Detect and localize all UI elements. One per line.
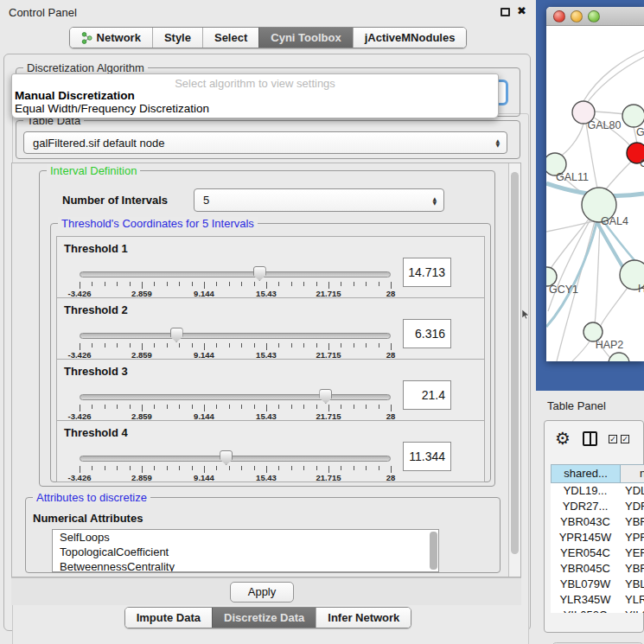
top-tab-bar: NetworkStyleSelectCyni ToolboxjActiveMNo… (0, 27, 536, 48)
attribute-list-item[interactable]: BetweennessCentrality (53, 559, 438, 572)
cell-shared-name[interactable]: YIL052C (551, 608, 620, 613)
cell-shared-name[interactable]: YBL079W (551, 577, 620, 592)
column-header-shared[interactable]: shared... (552, 465, 621, 482)
cell-name[interactable]: YDR2 (620, 499, 644, 514)
threshold-slider[interactable] (80, 331, 391, 341)
cell-shared-name[interactable]: YBR043C (551, 514, 620, 530)
cell-name[interactable]: YBL0 (620, 577, 644, 592)
table-row[interactable]: YER054CYER0 (551, 545, 644, 561)
column-header-name[interactable]: n (621, 465, 644, 482)
threshold-value-field[interactable]: 14.713 (403, 258, 451, 287)
attributes-group: Attributes to discretize Numerical Attri… (25, 497, 501, 573)
cell-shared-name[interactable]: YPR145W (551, 530, 620, 545)
network-view-window: GAL80GACGAL11GAL4GCY1HHAP2 (546, 7, 644, 361)
cell-shared-name[interactable]: YBR045C (551, 561, 620, 577)
table-header-row: shared... n (551, 464, 644, 483)
cell-name[interactable]: YER0 (620, 545, 644, 561)
tab-label: jActiveMNodules (365, 31, 456, 44)
threshold-panel: Threshold 1-3.4262.8599.14415.4321.71528… (56, 236, 485, 298)
attributes-group-title: Attributes to discretize (33, 491, 150, 504)
thresholds-group-title: Threshold's Coordinates for 5 Intervals (58, 217, 258, 230)
network-node[interactable] (609, 353, 629, 361)
vertical-scrollbar-thumb[interactable] (511, 172, 519, 554)
tab-infer-network[interactable]: Infer Network (316, 608, 411, 628)
cell-name[interactable]: YLR3 (620, 592, 644, 608)
threshold-value-field[interactable]: 11.344 (403, 442, 451, 471)
combo-arrows-icon[interactable]: ▲▼ (495, 138, 500, 147)
cell-name[interactable]: YBR0 (620, 561, 644, 577)
slider-track[interactable] (80, 394, 391, 400)
cell-name[interactable]: YIL0 (620, 608, 644, 613)
cell-name[interactable]: YBR0 (620, 514, 644, 530)
node-label: GAL4 (601, 215, 628, 227)
algorithm-popup-item[interactable]: Manual Discretization (12, 89, 498, 102)
node-label: H (638, 283, 644, 295)
cell-shared-name[interactable]: YDL19... (551, 483, 620, 499)
interval-definition-title: Interval Definition (47, 164, 140, 177)
bottom-tab-bar: Impute DataDiscretize DataInfer Network (0, 607, 536, 628)
attribute-list-item[interactable]: TopologicalCoefficient (53, 545, 438, 559)
table-row[interactable]: YBR043CYBR0 (551, 514, 644, 530)
number-of-intervals-spinner[interactable]: 5 ▲▼ (194, 188, 444, 212)
network-canvas[interactable]: GAL80GACGAL11GAL4GCY1HHAP2 (546, 26, 644, 361)
cell-name[interactable]: YDL1 (620, 483, 644, 499)
table-data-combo[interactable]: galFiltered.sif default node ▲▼ (23, 131, 507, 154)
threshold-label: Threshold 3 (64, 365, 128, 378)
table-row[interactable]: YIL052CYIL0 (551, 608, 644, 613)
algorithm-popup-hint: Select algorithm to view settings (12, 74, 498, 89)
mac-close-button[interactable] (553, 10, 565, 22)
threshold-slider[interactable] (80, 454, 391, 464)
discretization-algorithm-title: Discretization Algorithm (23, 61, 148, 74)
tab-style[interactable]: Style (152, 28, 202, 48)
tab-label: Infer Network (328, 611, 399, 624)
slider-thumb[interactable] (319, 389, 332, 404)
slider-thumb[interactable] (170, 328, 183, 342)
cell-name[interactable]: YPR1 (620, 530, 644, 545)
node-table[interactable]: shared... n YDL19...YDL1YDR27...YDR2YBR0… (551, 464, 644, 613)
algorithm-popup-item[interactable]: Equal Width/Frequency Discretization (12, 102, 498, 115)
apply-button[interactable]: Apply (230, 582, 294, 603)
close-icon[interactable]: ✖ (517, 4, 526, 17)
table-row[interactable]: YLR345WYLR3 (551, 592, 644, 608)
table-row[interactable]: YBL079WYBL0 (551, 577, 644, 592)
gear-icon[interactable]: ⚙ (555, 428, 571, 449)
slider-track[interactable] (80, 271, 391, 277)
float-window-icon[interactable] (501, 8, 510, 16)
slider-thumb[interactable] (220, 450, 233, 465)
slider-track[interactable] (80, 333, 391, 339)
tab-label: Style (164, 31, 191, 44)
attributes-scrollbar-thumb[interactable] (430, 532, 437, 570)
network-window-titlebar[interactable] (546, 7, 644, 26)
table-row[interactable]: YBR045CYBR0 (551, 561, 644, 577)
network-node[interactable] (622, 105, 644, 127)
table-toolbar: ⚙ ✓ ✓ (545, 421, 644, 459)
cell-shared-name[interactable]: YER054C (551, 545, 620, 561)
cell-shared-name[interactable]: YLR345W (551, 592, 620, 608)
tab-discretize-data[interactable]: Discretize Data (212, 608, 316, 628)
mac-minimize-button[interactable] (571, 10, 583, 22)
checkbox-icon[interactable]: ✓ (621, 435, 629, 443)
slider-thumb[interactable] (253, 266, 266, 281)
vertical-scrollbar[interactable] (508, 163, 520, 577)
threshold-slider[interactable] (80, 392, 391, 403)
cell-shared-name[interactable]: YDR27... (551, 499, 620, 514)
checkbox-icon[interactable]: ✓ (609, 435, 617, 443)
tab-select[interactable]: Select (202, 28, 258, 48)
spinner-arrows-icon[interactable]: ▲▼ (432, 196, 437, 205)
threshold-slider[interactable] (80, 270, 391, 280)
split-columns-icon[interactable] (583, 431, 597, 446)
numerical-attributes-list[interactable]: SelfLoopsTopologicalCoefficientBetweenne… (52, 529, 439, 572)
tab-jactivemnodules[interactable]: jActiveMNodules (353, 28, 467, 48)
panel-title: Control Panel (9, 6, 77, 19)
mac-zoom-button[interactable] (588, 10, 600, 22)
table-row[interactable]: YDR27...YDR2 (551, 499, 644, 514)
tab-cyni-toolbox[interactable]: Cyni Toolbox (258, 28, 352, 48)
tab-network[interactable]: Network (70, 28, 152, 48)
attribute-list-item[interactable]: SelfLoops (53, 530, 438, 545)
threshold-value-field[interactable]: 21.4 (403, 380, 451, 410)
threshold-value-field[interactable]: 6.316 (403, 319, 451, 348)
slider-track[interactable] (80, 456, 391, 462)
table-row[interactable]: YPR145WYPR1 (551, 530, 644, 545)
tab-impute-data[interactable]: Impute Data (125, 608, 212, 628)
table-row[interactable]: YDL19...YDL1 (551, 483, 644, 499)
